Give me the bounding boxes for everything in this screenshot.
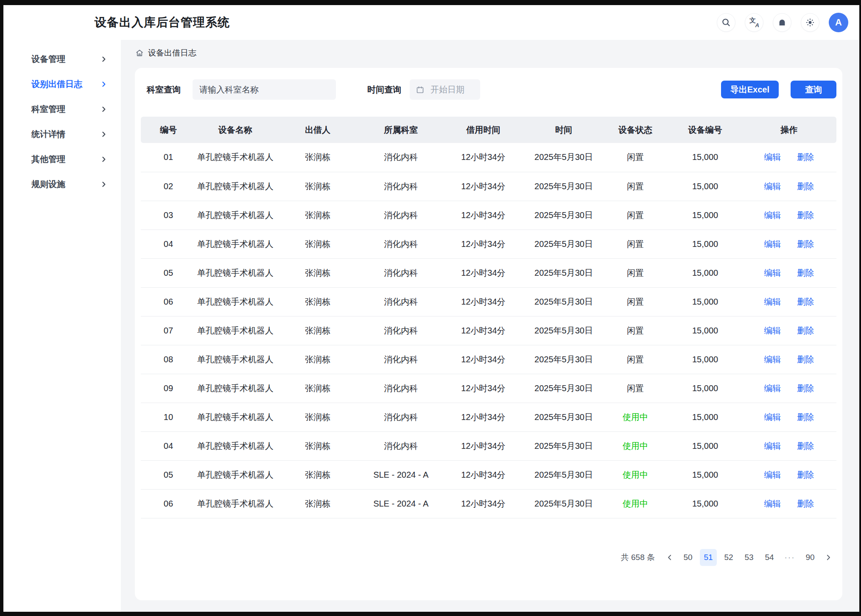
sidebar-item-other-management[interactable]: 其他管理: [3, 149, 121, 169]
date: 2025年5月30日: [525, 316, 602, 345]
edit-link[interactable]: 编辑: [764, 210, 781, 220]
table-row: 07单孔腔镜手术机器人张润栋消化内科12小时34分2025年5月30日闲置15,…: [141, 316, 836, 345]
edit-link[interactable]: 编辑: [764, 297, 781, 306]
header-actions: 文 A A: [717, 13, 848, 32]
translate-button[interactable]: 文 A: [745, 13, 763, 32]
edit-link[interactable]: 编辑: [764, 412, 781, 422]
borrow-duration: 12小时34分: [441, 172, 525, 201]
calendar-icon: [416, 85, 425, 94]
theme-sun-icon: [805, 17, 815, 28]
delete-link[interactable]: 删除: [797, 441, 814, 451]
borrower: 张润栋: [275, 316, 361, 345]
department: 消化内科: [361, 287, 441, 316]
device-number: 15,000: [669, 287, 742, 316]
user-avatar[interactable]: A: [829, 13, 848, 32]
borrower: 张润栋: [275, 403, 361, 431]
prev-page-button[interactable]: [663, 554, 676, 561]
query-button[interactable]: 查询: [791, 81, 836, 98]
edit-link[interactable]: 编辑: [764, 355, 781, 364]
table-row: 09单孔腔镜手术机器人张润栋消化内科12小时34分2025年5月30日闲置15,…: [141, 374, 836, 403]
delete-link[interactable]: 删除: [797, 239, 814, 249]
department: 消化内科: [361, 403, 441, 431]
edit-link[interactable]: 编辑: [764, 470, 781, 479]
page-button[interactable]: 53: [741, 549, 758, 566]
delete-link[interactable]: 删除: [797, 182, 814, 191]
delete-link[interactable]: 删除: [797, 499, 814, 508]
delete-link[interactable]: 删除: [797, 412, 814, 422]
page-button[interactable]: 54: [761, 549, 778, 566]
sidebar-item-borrow-log[interactable]: 设别出借日志: [3, 74, 121, 94]
column-header: 设备编号: [669, 117, 742, 143]
page-button[interactable]: 52: [720, 549, 737, 566]
edit-link[interactable]: 编辑: [764, 182, 781, 191]
page-list: 5051525354···90: [679, 549, 819, 566]
start-date-picker[interactable]: 开始日期: [410, 79, 480, 100]
borrow-duration: 12小时34分: [441, 201, 525, 230]
row-id: 05: [141, 258, 196, 287]
sidebar-item-department-management[interactable]: 科室管理: [3, 99, 121, 119]
page-button[interactable]: 90: [802, 549, 819, 566]
delete-link[interactable]: 删除: [797, 326, 814, 335]
delete-link[interactable]: 删除: [797, 268, 814, 277]
table-row: 05单孔腔镜手术机器人张润栋SLE - 2024 - A12小时34分2025年…: [141, 460, 836, 489]
borrower: 张润栋: [275, 201, 361, 230]
delete-link[interactable]: 删除: [797, 470, 814, 479]
date: 2025年5月30日: [525, 460, 602, 489]
row-actions: 编辑删除: [742, 316, 836, 345]
device-name: 单孔腔镜手术机器人: [196, 287, 275, 316]
page-button[interactable]: 50: [679, 549, 696, 566]
borrower: 张润栋: [275, 172, 361, 201]
notifications-button[interactable]: [773, 13, 791, 32]
next-page-button[interactable]: [822, 554, 835, 561]
device-status: 闲置: [602, 345, 669, 374]
page-button-active[interactable]: 51: [700, 549, 717, 566]
borrower: 张润栋: [275, 345, 361, 374]
edit-link[interactable]: 编辑: [764, 239, 781, 249]
borrow-duration: 12小时34分: [441, 316, 525, 345]
sidebar-item-device-management[interactable]: 设备管理: [3, 49, 121, 69]
row-id: 03: [141, 201, 196, 230]
borrow-log-table: 编号设备名称出借人所属科室借用时间时间设备状态设备编号操作 01单孔腔镜手术机器…: [141, 117, 836, 518]
breadcrumb: 设备出借日志: [135, 47, 842, 59]
sidebar-item-label: 规则设施: [31, 179, 65, 190]
borrower: 张润栋: [275, 287, 361, 316]
edit-link[interactable]: 编辑: [764, 441, 781, 451]
delete-link[interactable]: 删除: [797, 210, 814, 220]
theme-button[interactable]: [801, 13, 819, 32]
chevron-right-icon: [100, 156, 107, 163]
device-status: 使用中: [602, 460, 669, 489]
column-header: 出借人: [275, 117, 361, 143]
delete-link[interactable]: 删除: [797, 297, 814, 306]
row-actions: 编辑删除: [742, 374, 836, 403]
date: 2025年5月30日: [525, 201, 602, 230]
dept-search-input[interactable]: [193, 79, 336, 100]
breadcrumb-label[interactable]: 设备出借日志: [148, 48, 196, 59]
search-button[interactable]: [717, 13, 735, 32]
date: 2025年5月30日: [525, 489, 602, 518]
device-status: 闲置: [602, 374, 669, 403]
device-number: 15,000: [669, 258, 742, 287]
export-excel-button[interactable]: 导出Excel: [721, 81, 779, 98]
borrow-duration: 12小时34分: [441, 460, 525, 489]
sidebar-item-rule-settings[interactable]: 规则设施: [3, 174, 121, 194]
edit-link[interactable]: 编辑: [764, 152, 781, 162]
edit-link[interactable]: 编辑: [764, 499, 781, 508]
column-header: 时间: [525, 117, 602, 143]
sidebar-item-label: 科室管理: [31, 104, 65, 115]
edit-link[interactable]: 编辑: [764, 268, 781, 277]
date: 2025年5月30日: [525, 258, 602, 287]
delete-link[interactable]: 删除: [797, 384, 814, 393]
edit-link[interactable]: 编辑: [764, 326, 781, 335]
delete-link[interactable]: 删除: [797, 355, 814, 364]
table-row: 06单孔腔镜手术机器人张润栋消化内科12小时34分2025年5月30日闲置15,…: [141, 287, 836, 316]
device-status: 使用中: [602, 431, 669, 460]
date: 2025年5月30日: [525, 374, 602, 403]
delete-link[interactable]: 删除: [797, 152, 814, 162]
chevron-right-icon: [100, 131, 107, 138]
edit-link[interactable]: 编辑: [764, 384, 781, 393]
borrower: 张润栋: [275, 374, 361, 403]
device-name: 单孔腔镜手术机器人: [196, 143, 275, 172]
chevron-right-icon: [100, 106, 107, 113]
department: 消化内科: [361, 230, 441, 258]
sidebar-item-statistics[interactable]: 统计详情: [3, 124, 121, 144]
